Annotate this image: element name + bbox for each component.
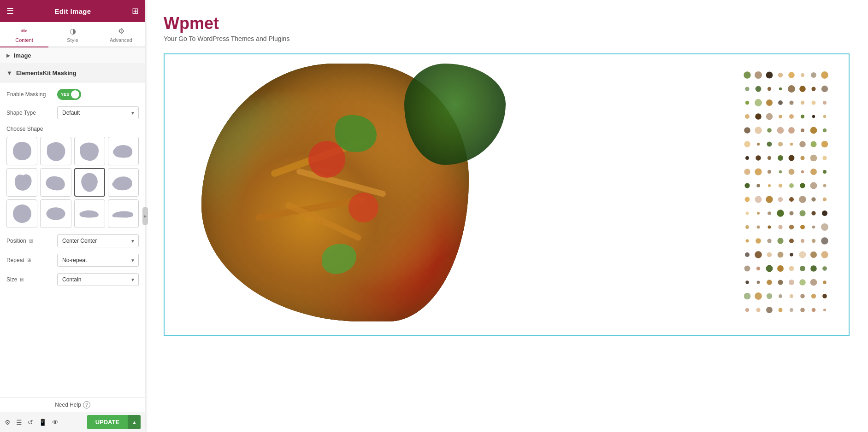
toggle-text: YES (61, 92, 69, 97)
shape-item-8[interactable] (108, 168, 139, 197)
svg-point-56 (810, 155, 817, 162)
svg-point-134 (790, 294, 793, 298)
update-dropdown-button[interactable]: ▲ (128, 415, 141, 429)
shape-item-4[interactable] (108, 137, 139, 165)
update-btn-wrapper: UPDATE ▲ (87, 415, 141, 429)
hamburger-icon[interactable]: ☰ (6, 6, 14, 16)
shape-item-12[interactable] (108, 199, 139, 228)
advanced-tab-label: Advanced (110, 37, 132, 43)
size-select[interactable]: Contain Cover Auto (57, 273, 139, 286)
svg-point-133 (779, 294, 782, 298)
enable-masking-row: Enable Masking YES (6, 89, 139, 100)
svg-point-95 (800, 225, 805, 229)
svg-point-16 (811, 87, 815, 91)
svg-point-39 (801, 128, 804, 132)
svg-point-65 (823, 170, 827, 174)
svg-point-41 (823, 128, 827, 133)
svg-point-54 (789, 155, 795, 161)
svg-point-106 (745, 252, 750, 257)
position-select[interactable]: Center Center Top Left Top Right Bottom … (57, 234, 139, 247)
svg-point-91 (757, 226, 760, 229)
svg-point-86 (789, 211, 793, 215)
tab-style[interactable]: ◑ Style (48, 22, 97, 47)
shape-item-5[interactable] (6, 168, 37, 197)
tab-advanced[interactable]: ⚙ Advanced (97, 22, 145, 47)
shape-item-11[interactable] (74, 199, 105, 228)
svg-point-144 (812, 308, 816, 312)
masking-content: Enable Masking YES Shape Type (0, 82, 145, 299)
settings-footer-icon[interactable]: ⚙ (5, 419, 11, 426)
svg-point-26 (745, 114, 750, 119)
masking-section: ▼ ElementsKit Masking Enable Masking YES (0, 64, 145, 299)
sidebar: ☰ Edit Image ⊞ ✏ Content ◑ Style ⚙ Advan… (0, 0, 145, 432)
update-button[interactable]: UPDATE (87, 415, 128, 429)
shape-item-10[interactable] (40, 199, 71, 228)
image-section-header[interactable]: ▶ Image (0, 47, 145, 64)
shape-4-svg (112, 140, 134, 162)
svg-point-1 (46, 207, 65, 220)
history-footer-icon[interactable]: ↺ (28, 419, 33, 426)
svg-point-107 (755, 251, 762, 258)
masking-section-label: ElementsKit Masking (16, 70, 77, 76)
image-section-label: Image (14, 52, 31, 59)
position-select-wrapper: Center Center Top Left Top Right Bottom … (57, 234, 139, 247)
svg-point-58 (744, 169, 750, 175)
site-title: Wpmet (164, 14, 850, 33)
shape-9-svg (11, 203, 33, 225)
image-container[interactable] (164, 53, 850, 336)
content-tab-label: Content (15, 37, 33, 43)
size-row: Size 🖥 Contain Cover Auto ▼ (6, 273, 139, 286)
repeat-select[interactable]: No-repeat Repeat Repeat-x Repeat-y (57, 254, 139, 267)
shape-1-svg (11, 140, 33, 162)
svg-point-8 (811, 72, 816, 78)
svg-point-43 (757, 143, 760, 146)
tab-content[interactable]: ✏ Content (0, 22, 48, 47)
svg-point-10 (745, 87, 749, 91)
svg-point-129 (823, 280, 826, 284)
shape-item-9[interactable] (6, 199, 37, 228)
shape-grid (6, 137, 139, 228)
layers-footer-icon[interactable]: ☰ (16, 419, 22, 426)
help-icon[interactable]: ? (83, 401, 90, 409)
svg-point-7 (801, 73, 804, 77)
svg-point-30 (789, 114, 794, 119)
svg-point-82 (746, 212, 749, 215)
svg-point-35 (755, 127, 762, 134)
svg-point-59 (755, 168, 762, 175)
mobile-footer-icon[interactable]: 📱 (39, 419, 47, 426)
dots-svg (743, 68, 835, 326)
choose-shape-section: Choose Shape (6, 126, 139, 228)
sidebar-resize-handle[interactable] (142, 207, 148, 225)
enable-masking-toggle[interactable]: YES (57, 89, 81, 100)
svg-point-2 (744, 71, 750, 78)
svg-point-53 (778, 155, 783, 161)
need-help-row: Need Help ? (0, 397, 145, 412)
svg-point-124 (767, 280, 772, 285)
svg-point-60 (768, 170, 771, 174)
masking-section-header[interactable]: ▼ ElementsKit Masking (0, 64, 145, 82)
svg-point-141 (779, 308, 783, 312)
shape-item-2[interactable] (40, 137, 71, 165)
content-tab-icon: ✏ (21, 27, 27, 35)
svg-point-70 (789, 183, 794, 188)
svg-point-33 (823, 115, 827, 118)
grid-icon[interactable]: ⊞ (132, 6, 139, 16)
svg-point-72 (810, 182, 817, 189)
shape-2-svg (45, 140, 67, 162)
shape-item-3[interactable] (74, 137, 105, 165)
shape-item-1[interactable] (6, 137, 37, 165)
svg-point-109 (778, 252, 784, 258)
svg-point-51 (756, 155, 761, 161)
svg-point-104 (812, 239, 816, 243)
svg-point-71 (800, 183, 805, 188)
svg-point-113 (821, 251, 828, 258)
shape-item-7[interactable] (74, 168, 105, 197)
shape-type-select[interactable]: Default Custom (57, 106, 139, 119)
svg-point-61 (779, 170, 782, 174)
shape-item-6[interactable] (40, 168, 71, 197)
eye-footer-icon[interactable]: 👁 (52, 419, 59, 426)
svg-point-12 (768, 87, 771, 91)
svg-point-42 (744, 141, 750, 147)
svg-point-19 (755, 99, 762, 106)
svg-point-11 (756, 86, 762, 92)
